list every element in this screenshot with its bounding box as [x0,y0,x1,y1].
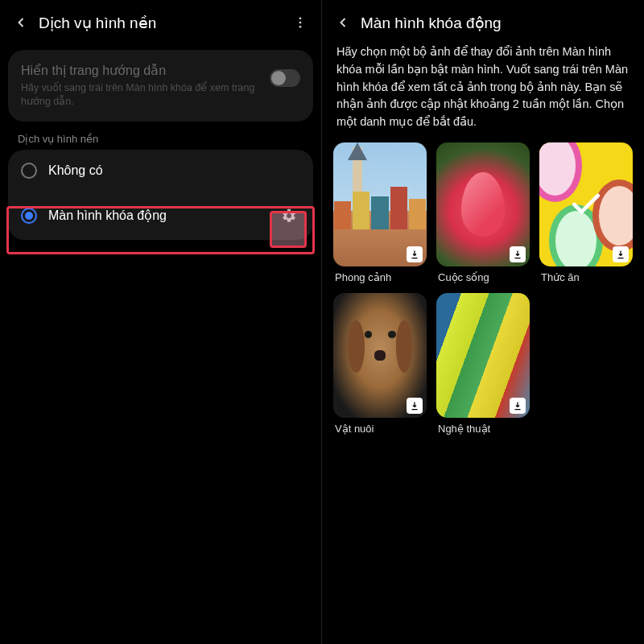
option-dynamic-lockscreen[interactable]: Màn hình khóa động [8,192,313,240]
download-icon [407,398,423,414]
wallpaper-service-screen: Dịch vụ hình nền Hiển thị trang hướng dẫ… [0,0,322,644]
guide-subtitle: Hãy vuốt sang trái trên Màn hình khóa để… [21,81,262,109]
thumbnail [333,142,427,267]
dynamic-lockscreen-screen: Màn hình khóa động Hãy chọn một bộ ảnh đ… [322,0,644,644]
gear-icon [281,208,297,224]
guide-toggle[interactable] [270,69,300,87]
thumbnail [539,142,633,267]
category-food[interactable]: Thức ăn [539,142,633,284]
section-label: Dịch vụ hình nền [18,133,321,145]
download-icon [613,246,629,262]
settings-button[interactable] [278,204,300,227]
option-label: Màn hình khóa động [48,208,266,223]
more-vertical-icon [293,15,308,30]
back-button[interactable] [332,11,354,34]
thumbnail [436,142,530,267]
svg-point-1 [299,22,302,24]
page-title: Màn hình khóa động [361,14,634,32]
header: Màn hình khóa động [322,0,644,43]
category-label: Vật nuôi [333,423,427,435]
download-icon [510,246,526,262]
svg-point-0 [299,17,302,19]
svg-point-2 [299,26,302,28]
option-none[interactable]: Không có [8,150,313,192]
category-label: Phong cảnh [333,271,427,283]
page-title: Dịch vụ hình nền [39,14,289,32]
guide-title: Hiển thị trang hướng dẫn [21,63,262,78]
back-button[interactable] [10,11,32,34]
category-art[interactable]: Nghệ thuật [436,293,530,435]
category-life[interactable]: Cuộc sống [436,142,530,284]
category-pets[interactable]: Vật nuôi [333,293,427,435]
thumbnail [436,293,530,418]
category-landscape[interactable]: Phong cảnh [333,142,427,284]
category-grid: Phong cảnh Cuộc sống Thức ăn [322,142,644,435]
header: Dịch vụ hình nền [0,0,321,43]
chevron-left-icon [335,14,351,31]
category-label: Thức ăn [539,271,633,283]
more-button[interactable] [289,11,312,34]
option-label: Không có [48,163,300,178]
category-label: Nghệ thuật [436,423,530,435]
chevron-left-icon [13,14,29,31]
description: Hãy chọn một bộ ảnh để thay đổi ảnh trên… [322,43,644,142]
radio-icon [21,208,37,224]
thumbnail [333,293,427,418]
radio-icon [21,163,37,179]
service-options: Không có Màn hình khóa động [8,150,313,240]
download-icon [407,246,423,262]
download-icon [510,398,526,414]
guide-card: Hiển thị trang hướng dẫn Hãy vuốt sang t… [8,50,313,122]
category-label: Cuộc sống [436,271,530,283]
